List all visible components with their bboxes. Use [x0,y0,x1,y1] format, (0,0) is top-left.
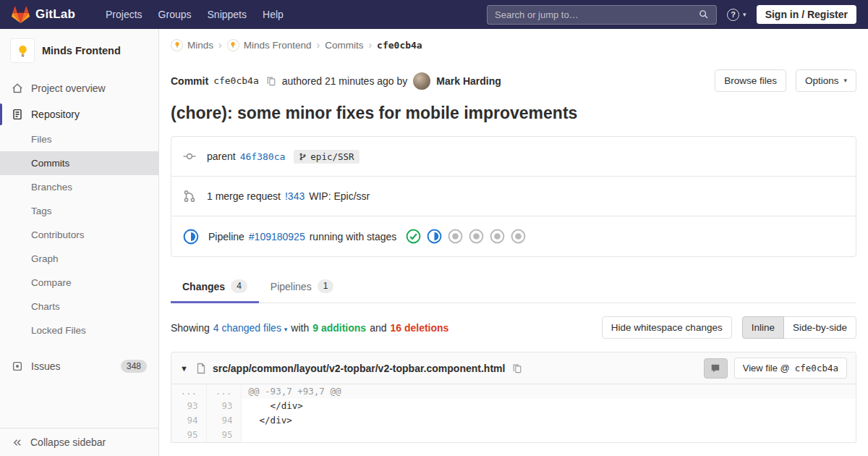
pipeline-stage-created-icon[interactable] [448,229,463,244]
project-mini-avatar [227,39,239,51]
copy-file-path-button[interactable] [511,362,524,375]
file-diff-header: ▼ src/app/common/layout/v2-topbar/v2-top… [171,352,856,384]
nav-help[interactable]: Help [263,9,284,20]
author-name[interactable]: Mark Harding [436,75,501,87]
diff-old-line[interactable]: 93 [171,399,206,413]
help-dropdown[interactable]: ? ▾ [727,9,746,21]
pipeline-running-icon[interactable] [183,229,199,245]
breadcrumb: Minds › Minds Frontend › Commits › cfe0c… [171,29,856,61]
tab-pipelines[interactable]: Pipelines 1 [259,270,346,303]
pipeline-mini-graph [406,229,526,244]
sidebar-item-tags[interactable]: Tags [0,199,158,223]
sidebar-item-commits[interactable]: Commits [0,151,158,175]
pipeline-id-link[interactable]: #109180925 [249,231,305,242]
project-context[interactable]: Minds Frontend [0,29,158,72]
global-search[interactable] [487,5,717,25]
pipelines-count-badge: 1 [318,279,334,293]
merge-request-link[interactable]: !343 [285,190,305,202]
inline-view-button[interactable]: Inline [742,316,784,339]
sidebar-item-locked-files[interactable]: Locked Files [0,318,158,342]
chevron-down-icon: ▾ [843,75,847,87]
sign-in-button[interactable]: Sign in / Register [757,5,856,24]
breadcrumb-commits[interactable]: Commits [325,40,363,51]
copy-sha-button[interactable] [265,75,278,88]
deletions-text: 16 deletions [390,322,448,334]
file-diff-block: ▼ src/app/common/layout/v2-topbar/v2-top… [171,352,856,443]
pipeline-stage-created-icon[interactable] [511,229,526,244]
branch-icon [299,153,307,161]
sidebar-item-graph[interactable]: Graph [0,247,158,271]
sidebar-item-charts[interactable]: Charts [0,295,158,318]
sidebar-item-project-overview[interactable]: Project overview [0,75,158,101]
pipeline-row: Pipeline #109180925 running with stages [171,216,856,256]
project-sidebar: Minds Frontend Project overview Reposito… [0,29,159,456]
home-icon [12,83,23,94]
sidebar-item-files[interactable]: Files [0,127,158,151]
search-input[interactable] [495,9,693,20]
view-file-button[interactable]: View file @ cfe0cb4a [734,358,847,379]
diff-new-line[interactable]: 93 [206,399,241,413]
diff-line-row: 94 94 </div> [171,413,856,428]
gitlab-home-link[interactable]: GitLab [12,6,75,24]
sidebar-item-repository[interactable]: Repository [0,101,158,127]
pipeline-stage-created-icon[interactable] [469,229,484,244]
diff-view-toggle: Inline Side-by-side [742,316,856,339]
breadcrumb-project[interactable]: Minds Frontend [227,39,312,51]
nav-projects[interactable]: Projects [106,9,142,20]
parent-sha-link[interactable]: 46f380ca [240,151,286,162]
tab-changes[interactable]: Changes 4 [171,270,259,303]
author-avatar[interactable] [413,72,430,90]
hide-whitespace-button[interactable]: Hide whitespace changes [602,316,732,339]
sidebar-nav: Project overview Repository Files Commit… [0,72,158,428]
breadcrumb-commits-label: Commits [325,40,363,51]
collapse-sidebar-label: Collapse sidebar [30,436,106,448]
options-dropdown-button[interactable]: Options ▾ [796,69,856,92]
diff-new-line: ... [206,384,241,399]
sidebar-item-contributors[interactable]: Contributors [0,223,158,247]
diff-new-line[interactable]: 95 [206,428,241,442]
merge-request-icon [183,190,196,203]
diff-old-line[interactable]: 95 [171,428,206,442]
pipeline-stage-running-icon[interactable] [427,229,442,244]
diff-hunk-header: @@ -93,7 +93,7 @@ [241,384,856,399]
file-path[interactable]: src/app/common/layout/v2-topbar/v2-topba… [213,363,506,374]
diff-old-line[interactable]: 94 [171,413,206,428]
repository-submenu: Files Commits Branches Tags Contributors… [0,127,158,342]
branch-ref-badge[interactable]: epic/SSR [294,150,359,164]
nav-groups[interactable]: Groups [158,9,192,20]
branch-ref-name: epic/SSR [310,151,354,162]
copy-icon [266,76,276,86]
diff-line-row: 93 93 </div> [171,399,856,413]
navbar-links: Projects Groups Snippets Help [106,9,284,20]
toggle-comments-button[interactable] [704,358,728,379]
collapse-sidebar-button[interactable]: Collapse sidebar [0,428,158,456]
copy-icon [512,363,522,373]
collapse-diff-caret-icon[interactable]: ▼ [180,364,188,373]
authored-text: authored 21 minutes ago by [282,75,408,87]
sidebar-item-label: Project overview [31,83,106,94]
project-name: Minds Frontend [42,45,121,56]
diff-new-line[interactable]: 94 [206,413,241,428]
side-by-side-view-button[interactable]: Side-by-side [783,316,856,339]
pipeline-stage-created-icon[interactable] [490,229,505,244]
diff-summary-row: Showing 4 changed files ▾ with 9 additio… [171,303,856,352]
pipeline-label: Pipeline [208,231,244,242]
pipeline-stage-success-icon[interactable] [406,229,421,244]
sidebar-item-compare[interactable]: Compare [0,271,158,295]
main-content: Minds › Minds Frontend › Commits › cfe0c… [159,29,868,443]
nav-snippets[interactable]: Snippets [208,9,247,20]
view-file-label: View file @ [743,362,790,374]
options-label: Options [805,75,839,87]
with-label: with [291,322,309,334]
commit-sha: cfe0cb4a [213,75,259,86]
changed-files-dropdown[interactable]: 4 changed files ▾ [213,322,288,334]
sidebar-item-issues[interactable]: Issues 348 [0,352,158,380]
breadcrumb-current-sha: cfe0cb4a [377,40,422,51]
top-navbar: GitLab Projects Groups Snippets Help ? ▾… [0,0,868,29]
pipeline-status-text: running with stages [310,231,397,242]
breadcrumb-group[interactable]: Minds [171,39,213,51]
question-icon: ? [727,9,739,21]
sidebar-item-branches[interactable]: Branches [0,175,158,199]
breadcrumb-project-label: Minds Frontend [244,40,312,51]
browse-files-button[interactable]: Browse files [715,69,786,92]
